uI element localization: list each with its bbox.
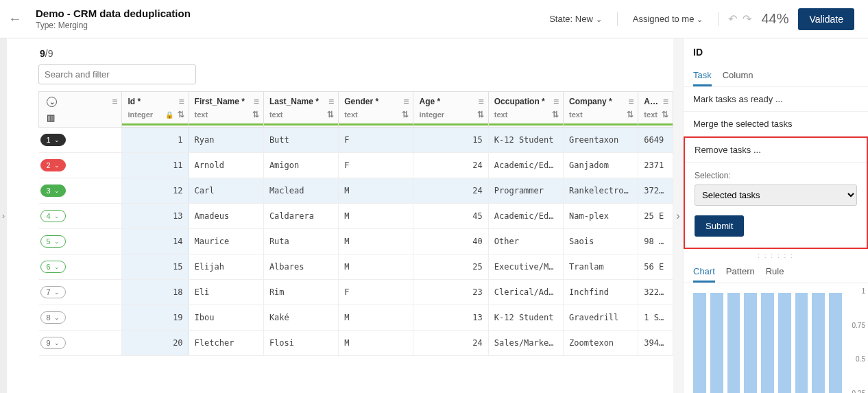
- column-header-occupation[interactable]: Occupation *≡text⇅: [488, 92, 563, 128]
- column-header-gender[interactable]: Gender *≡text⇅: [339, 92, 413, 128]
- table-row[interactable]: 3⌄12CarlMacleadM24ProgrammerRankelectron…: [39, 178, 673, 204]
- column-header-first_name[interactable]: First_Name *≡text⇅: [189, 92, 263, 128]
- cell-gender[interactable]: M: [339, 331, 413, 356]
- cell-age[interactable]: 24: [413, 331, 488, 356]
- cell-address[interactable]: 322 N: [638, 280, 673, 305]
- tab-task[interactable]: Task: [693, 66, 712, 86]
- cell-last_name[interactable]: Maclead: [263, 178, 338, 204]
- task-chip[interactable]: 2⌄: [40, 159, 66, 171]
- cell-address[interactable]: 394 M: [638, 331, 673, 356]
- cell-age[interactable]: 24: [413, 178, 488, 204]
- cell-first_name[interactable]: Ibou: [189, 305, 263, 331]
- cell-occupation[interactable]: Academic/Educ...: [488, 204, 563, 229]
- table-row[interactable]: 5⌄14MauriceRutaM40OtherSaois98 Co: [39, 229, 673, 254]
- table-row[interactable]: 2⌄11ArnoldAmigonF24Academic/Educ...Ganja…: [39, 153, 673, 178]
- state-dropdown[interactable]: State: New: [544, 11, 607, 27]
- submit-button[interactable]: Submit: [695, 215, 744, 237]
- cell-id[interactable]: 18: [122, 280, 189, 305]
- cell-address[interactable]: 25 E: [638, 204, 673, 229]
- cell-id[interactable]: 15: [122, 254, 189, 280]
- column-menu-icon[interactable]: ≡: [112, 96, 117, 107]
- expand-all-icon[interactable]: ⌄: [47, 97, 57, 107]
- cell-id[interactable]: 20: [122, 331, 189, 356]
- cell-occupation[interactable]: Academic/Educ...: [488, 153, 563, 178]
- column-menu-icon[interactable]: ≡: [479, 96, 484, 107]
- cell-age[interactable]: 23: [413, 280, 488, 305]
- cell-company[interactable]: Tranlam: [564, 254, 638, 280]
- column-menu-icon[interactable]: ≡: [254, 96, 259, 107]
- cell-occupation[interactable]: Executive/Man...: [488, 254, 563, 280]
- cell-address[interactable]: 2371: [638, 153, 673, 178]
- cell-gender[interactable]: M: [339, 204, 413, 229]
- cell-id[interactable]: 19: [122, 305, 189, 331]
- cell-last_name[interactable]: Butt: [263, 128, 338, 153]
- cell-company[interactable]: Rankelectronics: [564, 178, 638, 204]
- cell-first_name[interactable]: Eli: [189, 280, 263, 305]
- cell-occupation[interactable]: Sales/Marketing: [488, 331, 563, 356]
- cell-first_name[interactable]: Ryan: [189, 128, 263, 153]
- cell-last_name[interactable]: Amigon: [263, 153, 338, 178]
- tab-rule[interactable]: Rule: [766, 262, 784, 283]
- cell-age[interactable]: 45: [413, 204, 488, 229]
- task-chip[interactable]: 6⌄: [40, 261, 66, 273]
- column-menu-icon[interactable]: ≡: [663, 96, 668, 107]
- table-row[interactable]: 7⌄18EliRimF23Clerical/AdminInchfind322 N: [39, 280, 673, 305]
- cell-company[interactable]: Gravedrill: [564, 305, 638, 331]
- task-chip[interactable]: 5⌄: [40, 235, 66, 248]
- middle-expand-gutter[interactable]: ›: [673, 38, 683, 393]
- cell-address[interactable]: 37275: [638, 178, 673, 204]
- sort-icon[interactable]: ⇅: [178, 110, 184, 119]
- cell-gender[interactable]: M: [339, 305, 413, 331]
- back-icon[interactable]: ←: [8, 11, 36, 27]
- cell-last_name[interactable]: Albares: [263, 254, 338, 280]
- task-chip[interactable]: 1⌄: [40, 134, 66, 146]
- cell-occupation[interactable]: Clerical/Admin: [488, 280, 563, 305]
- sort-icon[interactable]: ⇅: [552, 110, 559, 119]
- cell-company[interactable]: Saois: [564, 229, 638, 254]
- cell-gender[interactable]: F: [339, 280, 413, 305]
- column-header-company[interactable]: Company *≡text⇅: [564, 92, 638, 128]
- cell-company[interactable]: Greentaxon: [564, 128, 638, 153]
- sort-icon[interactable]: ⇅: [327, 110, 334, 119]
- tab-column[interactable]: Column: [723, 66, 754, 86]
- redo-icon[interactable]: ↷: [743, 12, 751, 25]
- menu-mark-ready[interactable]: Mark tasks as ready ...: [684, 87, 868, 112]
- column-menu-icon[interactable]: ≡: [553, 96, 559, 107]
- cell-gender[interactable]: M: [339, 229, 413, 254]
- cell-age[interactable]: 15: [413, 128, 488, 153]
- table-row[interactable]: 4⌄13AmadeusCaldareraM45Academic/Educ...N…: [39, 204, 673, 229]
- task-chip[interactable]: 9⌄: [40, 337, 66, 349]
- table-row[interactable]: 6⌄15ElijahAlbaresM25Executive/Man...Tran…: [39, 254, 673, 280]
- cell-company[interactable]: Inchfind: [564, 280, 638, 305]
- menu-remove-tasks[interactable]: Remove tasks ...: [685, 138, 867, 163]
- column-menu-icon[interactable]: ≡: [328, 96, 334, 107]
- cell-last_name[interactable]: Caldarera: [263, 204, 338, 229]
- tab-chart[interactable]: Chart: [693, 262, 715, 283]
- column-header-address[interactable]: Addre≡text⇅: [638, 92, 673, 128]
- assigned-dropdown[interactable]: Assigned to me: [627, 11, 709, 27]
- validate-button[interactable]: Validate: [798, 8, 854, 30]
- cell-first_name[interactable]: Amadeus: [189, 204, 263, 229]
- search-input[interactable]: [38, 64, 196, 84]
- column-header-age[interactable]: Age *≡integer⇅: [413, 92, 488, 128]
- cell-id[interactable]: 1: [122, 128, 189, 153]
- cell-first_name[interactable]: Arnold: [189, 153, 263, 178]
- cell-occupation[interactable]: Programmer: [488, 178, 563, 204]
- cell-occupation[interactable]: K-12 Student: [488, 128, 563, 153]
- sort-icon[interactable]: ⇅: [477, 110, 484, 119]
- cell-id[interactable]: 12: [122, 178, 189, 204]
- column-menu-icon[interactable]: ≡: [403, 96, 409, 107]
- cell-company[interactable]: Nam-plex: [564, 204, 638, 229]
- cell-address[interactable]: 98 Co: [638, 229, 673, 254]
- cell-last_name[interactable]: Rim: [263, 280, 338, 305]
- selection-dropdown[interactable]: Selected tasks: [695, 184, 857, 206]
- sort-icon[interactable]: ⇅: [627, 110, 634, 119]
- table-row[interactable]: 8⌄19IbouKakéM13K-12 StudentGravedrill1 S…: [39, 305, 673, 331]
- sort-icon[interactable]: ⇅: [662, 110, 668, 119]
- cell-address[interactable]: 56 E: [638, 254, 673, 280]
- cell-occupation[interactable]: K-12 Student: [488, 305, 563, 331]
- cell-age[interactable]: 40: [413, 229, 488, 254]
- column-menu-icon[interactable]: ≡: [628, 96, 634, 107]
- cell-company[interactable]: Ganjadom: [564, 153, 638, 178]
- cell-company[interactable]: Zoomtexon: [564, 331, 638, 356]
